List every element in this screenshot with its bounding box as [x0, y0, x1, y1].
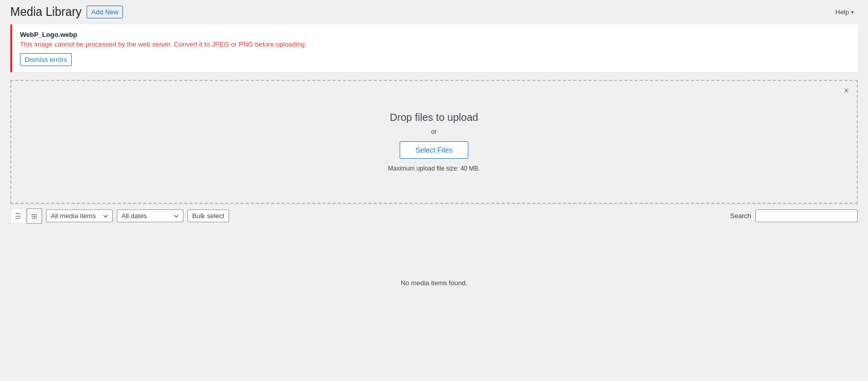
list-view-icon: ☰ — [15, 212, 22, 220]
or-text: or — [22, 128, 846, 135]
bulk-select-button[interactable]: Bulk select — [188, 209, 229, 222]
add-new-button[interactable]: Add New — [87, 6, 123, 18]
no-items-message: No media items found. — [10, 228, 858, 338]
dismiss-errors-button[interactable]: Dismiss errors — [20, 53, 72, 66]
search-area: Search — [730, 209, 858, 222]
grid-view-button[interactable]: ⊞ — [27, 208, 42, 224]
page-title: Media Library — [10, 5, 81, 20]
upload-close-button[interactable]: × — [843, 86, 849, 95]
error-notice: WebP_Logo.webp This image cannot be proc… — [10, 25, 858, 72]
no-items-text: No media items found. — [401, 279, 467, 287]
grid-view-icon: ⊞ — [31, 212, 37, 220]
search-input[interactable] — [755, 209, 858, 222]
search-label: Search — [730, 212, 751, 220]
error-filename: WebP_Logo.webp — [20, 31, 850, 38]
upload-area: × Drop files to upload or Select Files M… — [10, 80, 858, 204]
help-label: Help — [835, 8, 849, 16]
select-files-button[interactable]: Select Files — [400, 141, 468, 159]
error-message: This image cannot be processed by the we… — [20, 40, 850, 48]
chevron-down-icon: ▾ — [851, 9, 854, 15]
date-filter[interactable]: All dates — [117, 209, 183, 222]
drop-files-text: Drop files to upload — [22, 112, 846, 123]
help-button[interactable]: Help ▾ — [831, 6, 858, 18]
main-content: WebP_Logo.webp This image cannot be proc… — [0, 25, 868, 348]
page-header: Media Library Add New Help ▾ — [0, 0, 868, 25]
media-type-filter[interactable]: All media items Images Audio Video Docum… — [46, 209, 113, 222]
max-upload-text: Maximum upload file size: 40 MB. — [22, 165, 846, 172]
view-toggle: ☰ ⊞ — [10, 208, 42, 224]
list-view-button[interactable]: ☰ — [10, 208, 26, 224]
media-toolbar: ☰ ⊞ All media items Images Audio Video D… — [10, 204, 858, 228]
page-title-area: Media Library Add New — [10, 5, 123, 20]
